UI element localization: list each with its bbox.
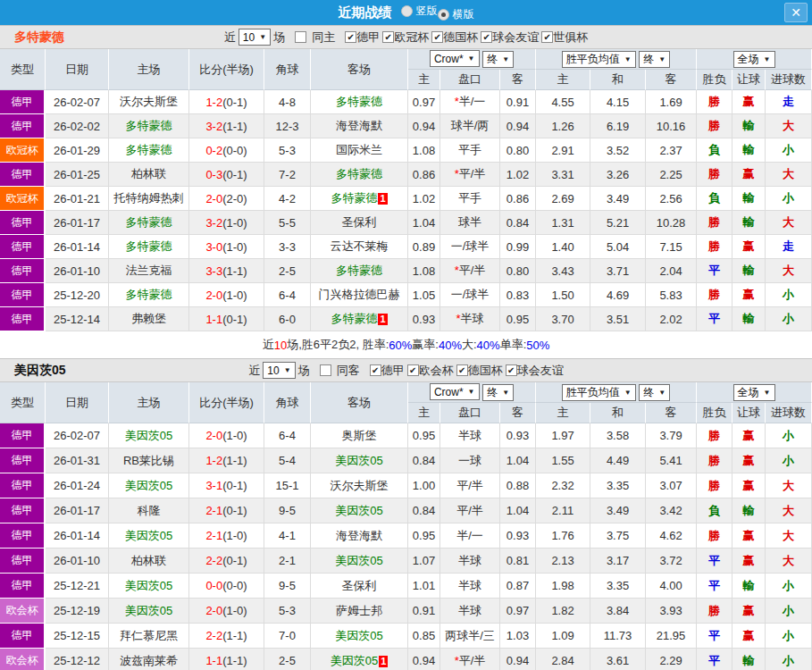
- mean-draw: 3.26: [590, 163, 646, 187]
- match-count-select[interactable]: 10▼: [263, 362, 295, 379]
- team-section: 多特蒙德近10▼场同主德甲欧冠杯德国杯球会友谊世俱杯类型日期主场比分(半场)角球…: [0, 25, 812, 358]
- corners-cell: 3-3: [264, 235, 311, 259]
- mean-draw: 5.21: [590, 211, 646, 235]
- match-date: 25-12-20: [46, 283, 109, 307]
- odds-home: 0.84: [408, 448, 440, 473]
- odds-home: 1.00: [408, 473, 440, 498]
- odds-away: 0.83: [500, 283, 536, 307]
- home-team: 科隆: [109, 498, 189, 523]
- odds-home: 0.86: [408, 163, 440, 187]
- result-handicap: 輸: [732, 259, 766, 283]
- mean-away: 21.95: [646, 624, 697, 649]
- recent-label: 近: [248, 363, 260, 379]
- home-team: 美因茨05: [109, 599, 189, 624]
- match-date: 25-12-21: [46, 574, 109, 599]
- away-team: 门兴格拉德巴赫: [311, 283, 408, 307]
- home-team: 法兰克福: [109, 259, 189, 283]
- result-wdl: 勝: [697, 599, 732, 624]
- odds-away: 0.99: [500, 235, 536, 259]
- col-header: 角球: [264, 382, 311, 423]
- mean-draw: 3.58: [590, 423, 646, 448]
- odds-away: 0.91: [500, 90, 536, 114]
- score-cell: 3-1(0-1): [189, 473, 264, 498]
- home-team: 美因茨05: [109, 574, 189, 599]
- match-date: 26-02-07: [46, 90, 109, 114]
- mean-away: 2.37: [646, 138, 697, 163]
- match-date: 26-01-17: [46, 211, 109, 235]
- mean-home: 2.69: [536, 187, 590, 211]
- scope-select[interactable]: 全场▼: [733, 384, 775, 401]
- match-row: 欧冠杯26-01-21托特纳姆热刺2-0(2-0)4-2多特蒙德11.02平手0…: [0, 187, 812, 211]
- score-cell: 3-3(1-1): [189, 259, 264, 283]
- odds-company-select[interactable]: Crow*▼: [430, 50, 480, 67]
- mean-draw: 11.73: [590, 624, 646, 649]
- filter-checkbox-同主[interactable]: [295, 31, 306, 43]
- result-wdl: 勝: [697, 90, 732, 114]
- match-date: 26-01-31: [46, 448, 109, 473]
- corners-cell: 7-2: [264, 163, 311, 187]
- layout-radio-0[interactable]: [401, 5, 413, 17]
- mean-final-select[interactable]: 终▼: [639, 384, 670, 401]
- mean-select[interactable]: 胜平负均值▼: [562, 51, 636, 68]
- col-header: 类型: [0, 382, 46, 423]
- odds-company-select[interactable]: Crow*▼: [430, 383, 480, 400]
- filter-checkbox-德国杯[interactable]: [456, 364, 468, 376]
- corners-cell: 5-4: [264, 448, 311, 473]
- mean-away: 5.41: [646, 448, 697, 473]
- league-badge: 德甲: [0, 307, 46, 331]
- filter-checkbox-德甲[interactable]: [370, 364, 381, 376]
- corners-cell: 12-3: [264, 114, 311, 138]
- odds-home: 0.95: [408, 523, 440, 549]
- odds-home: 1.08: [408, 138, 440, 163]
- mean-select[interactable]: 胜平负均值▼: [562, 384, 636, 401]
- sub-col-header: 客: [646, 403, 697, 423]
- filter-checkbox-德甲[interactable]: [345, 31, 356, 43]
- result-wdl: 平: [697, 259, 732, 283]
- scope-select[interactable]: 全场▼: [733, 51, 775, 68]
- odds-final-select[interactable]: 终▼: [482, 384, 514, 401]
- odds-final-select[interactable]: 终▼: [482, 51, 514, 68]
- match-row: 德甲26-02-07美因茨052-0(1-0)6-4奥斯堡0.95半球0.931…: [0, 423, 812, 448]
- filter-checkbox-欧冠杯[interactable]: [382, 31, 394, 43]
- handicap: 平手: [440, 138, 500, 163]
- handicap: 平手: [440, 187, 500, 211]
- result-wdl: 勝: [697, 283, 732, 307]
- mean-draw: 3.17: [590, 549, 646, 574]
- filter-checkbox-球会友谊[interactable]: [481, 31, 492, 43]
- filter-checkbox-欧会杯[interactable]: [407, 364, 419, 376]
- match-row: 德甲26-02-07沃尔夫斯堡1-2(0-1)4-8多特蒙德0.97*半/一0.…: [0, 90, 812, 114]
- home-team: 弗赖堡: [109, 307, 189, 331]
- away-team: 多特蒙德: [311, 259, 408, 283]
- result-wdl: 勝: [697, 423, 732, 448]
- odds-away: 0.87: [500, 574, 536, 599]
- matches-label: 场: [298, 363, 310, 379]
- match-count-select[interactable]: 10▼: [239, 29, 271, 46]
- sub-col-header: 盘口: [440, 403, 500, 423]
- mean-final-select[interactable]: 终▼: [639, 51, 670, 68]
- match-row: 德甲26-01-25柏林联0-3(0-1)7-2多特蒙德0.86*平/半1.02…: [0, 163, 812, 187]
- odds-home: 0.89: [408, 235, 440, 259]
- handicap: *平/半: [440, 259, 500, 283]
- odds-away: 0.86: [500, 187, 536, 211]
- corners-cell: 2-1: [264, 549, 311, 574]
- close-button[interactable]: ✕: [784, 3, 808, 22]
- filter-checkbox-球会友谊[interactable]: [506, 364, 517, 376]
- away-team: 美因茨05: [311, 549, 408, 574]
- result-goals: 大: [766, 473, 812, 498]
- layout-radio-1[interactable]: [438, 9, 449, 21]
- sub-col-header: 客: [500, 403, 536, 423]
- handicap: 一/球半: [440, 283, 500, 307]
- score-cell: 1-2(1-1): [189, 448, 264, 473]
- odds-away: 0.88: [500, 473, 536, 498]
- filter-checkbox-同客[interactable]: [320, 364, 331, 376]
- score-cell: 2-0(1-0): [189, 599, 264, 624]
- mean-away: 2.02: [646, 307, 697, 331]
- result-goals: 大: [766, 163, 812, 187]
- sub-col-header: 胜负: [697, 70, 732, 90]
- page-title: 近期战绩: [339, 4, 392, 21]
- filter-checkbox-世俱杯[interactable]: [541, 31, 553, 43]
- mean-home: 1.40: [536, 235, 590, 259]
- filter-checkbox-德国杯[interactable]: [431, 31, 443, 43]
- mean-home: 2.32: [536, 473, 590, 498]
- col-header: 比分(半场): [189, 49, 264, 90]
